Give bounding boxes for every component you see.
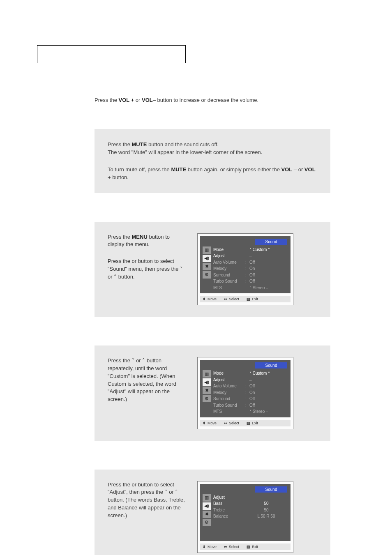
text: Press the xyxy=(108,141,132,147)
osd-menu-row: Adjust – xyxy=(213,377,287,383)
osd-row-colon xyxy=(245,408,249,415)
osd-row-value: Off xyxy=(249,278,287,285)
osd-footer: Move Select Exit xyxy=(200,543,291,550)
osd-menu-row: Mode˅ Custom ˄ xyxy=(213,370,287,377)
osd-footer: Move Select Exit xyxy=(200,420,291,426)
osd-row-label: MTS xyxy=(213,408,245,415)
osd-menu-row: Surround:Off xyxy=(213,272,287,279)
mute-button-label: MUTE xyxy=(171,166,186,173)
osd-row-colon: : xyxy=(245,383,249,389)
osd-row-label: Melody xyxy=(213,265,245,272)
osd-row-label: Balance xyxy=(213,513,245,520)
osd-menu-row: MTS˅ Stereo – xyxy=(213,408,287,415)
osd-title: Sound xyxy=(255,486,287,493)
vol-minus-label: VOL xyxy=(281,166,292,173)
osd-row-value: On xyxy=(249,389,287,396)
osd-row-label: Surround xyxy=(213,396,245,402)
osd-row-label: Mode xyxy=(213,246,245,253)
osd-row-label: Bass xyxy=(213,500,245,507)
osd-row-value: Off xyxy=(249,396,287,402)
osd-row-value xyxy=(245,494,287,501)
osd-menu-row: Auto Volume:Off xyxy=(213,259,287,266)
osd-title: Sound xyxy=(255,362,287,368)
setup-icon: ⚙ xyxy=(203,395,211,402)
sound-icon: ◀) xyxy=(203,378,211,386)
osd-move-hint: Move xyxy=(203,297,217,301)
osd-menu-row: BalanceL 50 R 50 xyxy=(213,513,287,520)
step3-section: Press the or button to select "Adjust", … xyxy=(95,470,330,555)
osd-row-label: Auto Volume xyxy=(213,259,245,266)
osd-menu-row: Treble50 xyxy=(213,507,287,514)
osd-row-label: MTS xyxy=(213,285,245,291)
picture-icon: ▥ xyxy=(203,494,211,502)
osd-row-value: ˅ Custom ˄ xyxy=(249,246,287,253)
sound-icon: ◀) xyxy=(203,255,211,262)
text: Press the or button to select "Sound" me… xyxy=(108,258,186,281)
osd-row-value: Off xyxy=(249,259,287,266)
setup-icon: ⚙ xyxy=(203,271,211,279)
osd-move-hint: Move xyxy=(203,545,217,549)
osd-adjust-menu: Sound ▥ ◀) ✖ ⚙ AdjustBass50Treble50Balan… xyxy=(197,481,293,553)
osd-row-value: Off xyxy=(249,402,287,409)
osd-row-label: Turbo Sound xyxy=(213,402,245,409)
osd-exit-hint: Exit xyxy=(247,545,258,549)
osd-category-icons: ▥ ◀) ✖ ⚙ xyxy=(203,246,211,291)
osd-row-colon: : xyxy=(245,402,249,409)
osd-category-icons: ▥ ◀) ✖ ⚙ xyxy=(203,494,211,539)
osd-row-label: Melody xyxy=(213,389,245,396)
vol-plus-label: VOL + xyxy=(119,97,134,103)
text: button. xyxy=(111,174,129,180)
osd-exit-hint: Exit xyxy=(247,421,258,425)
osd-menu-row: Turbo Sound:Off xyxy=(213,278,287,285)
osd-footer: Move Select Exit xyxy=(200,296,291,302)
picture-icon: ▥ xyxy=(203,370,211,378)
osd-row-colon xyxy=(245,253,249,259)
channel-icon: ✖ xyxy=(203,511,211,518)
text: – button to increase or decrease the vol… xyxy=(153,97,258,103)
osd-row-colon: : xyxy=(245,259,249,266)
osd-row-label: Auto Volume xyxy=(213,383,245,389)
osd-menu-row: MTS˅ Stereo – xyxy=(213,285,287,291)
sound-icon: ◀) xyxy=(203,502,211,510)
osd-row-value: Off xyxy=(249,272,287,279)
osd-menu-row: Auto Volume:Off xyxy=(213,383,287,389)
text: Press the xyxy=(108,234,132,240)
osd-row-value: On xyxy=(249,265,287,272)
osd-select-hint: Select xyxy=(224,421,239,425)
text: Press the or button to select "Adjust", … xyxy=(108,481,186,520)
setup-icon: ⚙ xyxy=(203,519,211,526)
step1-section: Press the MENU button to display the men… xyxy=(95,222,330,317)
osd-row-value: Off xyxy=(249,383,287,389)
osd-category-icons: ▥ ◀) ✖ ⚙ xyxy=(203,370,211,415)
osd-select-hint: Select xyxy=(224,297,239,301)
osd-row-value: ˅ Stereo – xyxy=(249,408,287,415)
osd-menu-row: Mode˅ Custom ˄ xyxy=(213,246,287,253)
osd-move-hint: Move xyxy=(203,421,217,425)
osd-row-value: ˅ Stereo – xyxy=(249,285,287,291)
volume-instruction: Press the VOL + or VOL– button to increa… xyxy=(95,96,330,104)
text: Press the xyxy=(95,97,119,103)
menu-button-label: MENU xyxy=(132,234,148,240)
osd-menu-row: Adjust xyxy=(213,494,287,501)
osd-row-label: Turbo Sound xyxy=(213,278,245,285)
osd-select-hint: Select xyxy=(224,545,239,549)
osd-row-colon xyxy=(245,370,249,377)
osd-row-value: 50 xyxy=(245,500,287,507)
osd-row-label: Mode xyxy=(213,370,245,377)
osd-menu-row: Turbo Sound:Off xyxy=(213,402,287,409)
osd-row-value: – xyxy=(249,253,287,259)
text: button and the sound cuts off. xyxy=(147,141,219,147)
osd-row-colon: : xyxy=(245,396,249,402)
osd-sound-menu: Sound ▥ ◀) ✖ ⚙ Mode˅ Custom ˄Adjust –Aut… xyxy=(197,233,293,306)
osd-row-colon: : xyxy=(245,389,249,396)
vol-minus-label: VOL xyxy=(142,97,153,103)
osd-title: Sound xyxy=(255,239,287,245)
text: button again, or simply press either the xyxy=(186,166,281,173)
osd-exit-hint: Exit xyxy=(247,297,258,301)
osd-row-colon xyxy=(245,285,249,291)
osd-row-colon: : xyxy=(245,278,249,285)
step2-section: Press the ˅ or ˄ button repeatedly, unti… xyxy=(95,345,330,441)
osd-menu-row: Surround:Off xyxy=(213,396,287,402)
text: The word "Mute" will appear in the lower… xyxy=(108,149,262,155)
osd-row-value: – xyxy=(249,377,287,383)
